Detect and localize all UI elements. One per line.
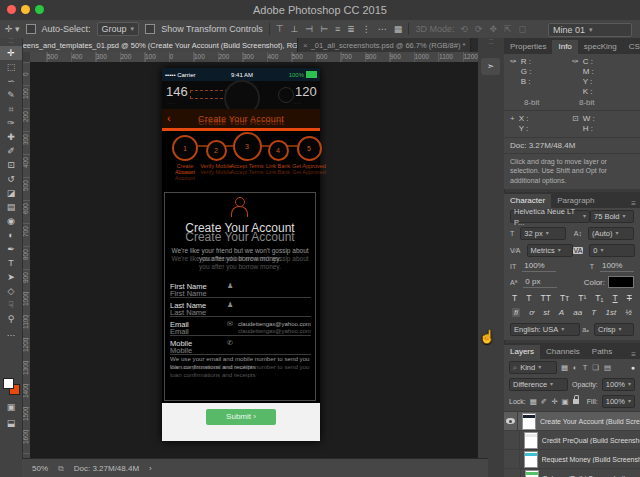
font-style-dropdown[interactable]: 75 Bold bbox=[590, 210, 634, 223]
opacity-dropdown[interactable]: 100% bbox=[602, 378, 635, 391]
tool-zoom-tool[interactable]: ⚲ bbox=[0, 312, 22, 326]
form-field-row[interactable]: First NameFirst Name♟ bbox=[170, 279, 311, 298]
panel-tab-csshat[interactable]: CSS Hat bbox=[623, 40, 640, 54]
text-style-button[interactable]: Tᴛ bbox=[560, 293, 569, 303]
filter-type-icon[interactable]: T bbox=[583, 363, 588, 372]
text-style-button[interactable]: T₁ bbox=[595, 293, 603, 303]
layer-visibility-toggle[interactable] bbox=[504, 431, 520, 449]
lock-button[interactable]: ▦ bbox=[530, 397, 537, 406]
progress-step[interactable]: 3Accept TermsAccept Terms bbox=[230, 132, 264, 169]
tool-history-brush-tool[interactable]: ↺ bbox=[0, 172, 22, 186]
text-style-button[interactable]: T bbox=[512, 293, 517, 303]
panel-tab-specking[interactable]: specKing bbox=[578, 40, 623, 54]
document-tab[interactable]: × screens_and_templates_01.psd @ 50% (Cr… bbox=[0, 38, 298, 52]
layer-row[interactable]: Request Money (Build Screenshot) bbox=[504, 450, 640, 469]
auto-select-checkbox[interactable] bbox=[26, 24, 36, 34]
horizontal-scale-field[interactable]: 100% bbox=[600, 261, 634, 272]
opentype-button[interactable]: A bbox=[559, 308, 564, 317]
opentype-button[interactable]: ơ bbox=[529, 308, 534, 317]
panel-tab-layers[interactable]: Layers bbox=[504, 345, 540, 359]
filter-type-icon[interactable]: ❏ bbox=[592, 363, 599, 372]
language-dropdown[interactable]: English: USA bbox=[510, 323, 580, 336]
align-icon[interactable]: ≡ bbox=[335, 24, 340, 34]
screen-mode-button[interactable]: ⬓ bbox=[0, 416, 22, 430]
text-style-button[interactable]: T bbox=[612, 293, 617, 303]
opentype-button[interactable]: aa bbox=[573, 308, 582, 317]
align-icon[interactable]: ⊤ bbox=[276, 24, 284, 34]
tool-eraser-tool[interactable]: ◪ bbox=[0, 186, 22, 200]
layer-visibility-toggle[interactable] bbox=[504, 450, 520, 468]
lock-button[interactable]: ▣ bbox=[561, 397, 568, 406]
anti-alias-dropdown[interactable]: Crisp bbox=[594, 323, 634, 336]
quick-mask-button[interactable]: ▣ bbox=[0, 400, 22, 414]
text-style-button[interactable]: T bbox=[627, 293, 632, 303]
cmyk-bit-depth[interactable]: 8-bit bbox=[579, 98, 634, 107]
form-field-row[interactable]: EmailEmail✉claudettengax@yahoo.comclaude… bbox=[170, 317, 311, 336]
progress-step[interactable]: 2Verify MobileVerify Mobile bbox=[199, 140, 233, 169]
3d-mode-icon[interactable]: ⇱ bbox=[504, 24, 512, 34]
opentype-button[interactable]: 1st bbox=[605, 308, 616, 317]
layer-row[interactable]: Create Your Account (Build Screenshot) bbox=[504, 412, 640, 431]
workspace-dropdown[interactable]: Mine 01 bbox=[548, 23, 632, 37]
filter-type-icon[interactable]: ◐ bbox=[573, 363, 578, 372]
tool-type-tool[interactable]: T bbox=[0, 256, 22, 270]
progress-step[interactable]: 5Get ApprovedGet Approved bbox=[292, 136, 326, 169]
baseline-shift-field[interactable]: 0 px bbox=[523, 277, 557, 288]
tool-clone-stamp-tool[interactable]: ⊡ bbox=[0, 158, 22, 172]
progress-step[interactable]: 4Link BankLink Bank bbox=[261, 140, 295, 169]
panel-tab-channels[interactable]: Channels bbox=[540, 345, 586, 359]
tool-shape-tool[interactable]: ◇ bbox=[0, 284, 22, 298]
kerning-field[interactable]: Metrics bbox=[527, 244, 573, 257]
layer-visibility-toggle[interactable] bbox=[504, 412, 518, 430]
tool-gradient-tool[interactable]: ▤ bbox=[0, 200, 22, 214]
text-style-button[interactable]: T bbox=[526, 293, 531, 303]
leading-field[interactable]: (Auto) bbox=[588, 227, 634, 240]
layer-row[interactable]: Credit PreQual (Build Screenshot) bbox=[504, 431, 640, 450]
opentype-button[interactable]: T bbox=[591, 308, 596, 317]
3d-mode-icon[interactable]: ◻ bbox=[519, 24, 526, 34]
rgb-bit-depth[interactable]: 8-bit bbox=[524, 98, 579, 107]
font-size-field[interactable]: 32 px bbox=[520, 227, 566, 240]
zoom-level-text[interactable]: 50% bbox=[32, 464, 48, 473]
lock-button[interactable]: ✛ bbox=[551, 397, 557, 406]
tool-hand-tool[interactable]: ☟ bbox=[0, 298, 22, 312]
text-style-button[interactable]: TT bbox=[541, 293, 551, 303]
panel-tab-paths[interactable]: Paths bbox=[586, 345, 618, 359]
move-tool-icon[interactable]: ✛ ▾ bbox=[5, 24, 20, 34]
filter-toggle-icon[interactable]: ● bbox=[631, 364, 635, 371]
layer-row[interactable]: Balance(Build Screenshot) bbox=[504, 469, 640, 477]
vertical-scale-field[interactable]: 100% bbox=[522, 261, 556, 272]
phone-document[interactable]: ••••• Carrier 9:41 AM 100% 146 ﹏﹏ 120 ﹏﹏… bbox=[162, 68, 320, 441]
align-icon[interactable]: ⊢ bbox=[320, 24, 328, 34]
tool-crop-tool[interactable]: ⌗ bbox=[0, 102, 22, 116]
tool-lasso-tool[interactable]: ∽ bbox=[0, 74, 22, 88]
tool-blur-tool[interactable]: ◉ bbox=[0, 214, 22, 228]
fill-dropdown[interactable]: 100% bbox=[602, 395, 635, 408]
lock-button[interactable]: ✐ bbox=[541, 397, 547, 406]
document-tab[interactable]: × _01_all_screenshots.psd @ 66.7% (RGB/8… bbox=[298, 38, 471, 52]
tool-eyedropper-tool[interactable]: ✑ bbox=[0, 116, 22, 130]
tool-dodge-tool[interactable]: ◐ bbox=[0, 228, 22, 242]
auto-select-target-dropdown[interactable]: Group bbox=[97, 22, 140, 36]
status-expand-icon[interactable]: ⧉ bbox=[58, 464, 64, 474]
align-icon[interactable]: ⊥ bbox=[291, 24, 299, 34]
3d-mode-icon[interactable]: ✥ bbox=[490, 24, 498, 34]
align-icon[interactable]: ⋯ bbox=[378, 24, 387, 34]
tool-pen-tool[interactable]: ✒ bbox=[0, 242, 22, 256]
status-arrow-icon[interactable]: › bbox=[149, 464, 152, 473]
tracking-field[interactable]: 0 bbox=[589, 244, 635, 257]
tool-quick-selection-tool[interactable]: ✎ bbox=[0, 88, 22, 102]
align-icon[interactable]: ≣ bbox=[347, 24, 355, 34]
tool-brush-tool[interactable]: ✐ bbox=[0, 144, 22, 158]
panel-menu-icon[interactable]: ≡ bbox=[631, 199, 640, 208]
align-icon[interactable]: ▦ bbox=[394, 24, 403, 34]
layer-filter-dropdown[interactable]: ⌕Kind bbox=[509, 361, 557, 374]
tool-marquee-tool[interactable]: ⬚ bbox=[0, 60, 22, 74]
align-icon[interactable]: ⋮ bbox=[362, 24, 371, 34]
3d-mode-icon[interactable]: ⟳ bbox=[475, 24, 483, 34]
opentype-button[interactable]: fi bbox=[512, 308, 520, 317]
tool-healing-brush-tool[interactable]: ✚ bbox=[0, 130, 22, 144]
blend-mode-dropdown[interactable]: Difference bbox=[509, 378, 568, 391]
filter-type-icon[interactable]: ▤ bbox=[604, 363, 611, 372]
align-icon[interactable]: ⊣ bbox=[305, 24, 313, 34]
